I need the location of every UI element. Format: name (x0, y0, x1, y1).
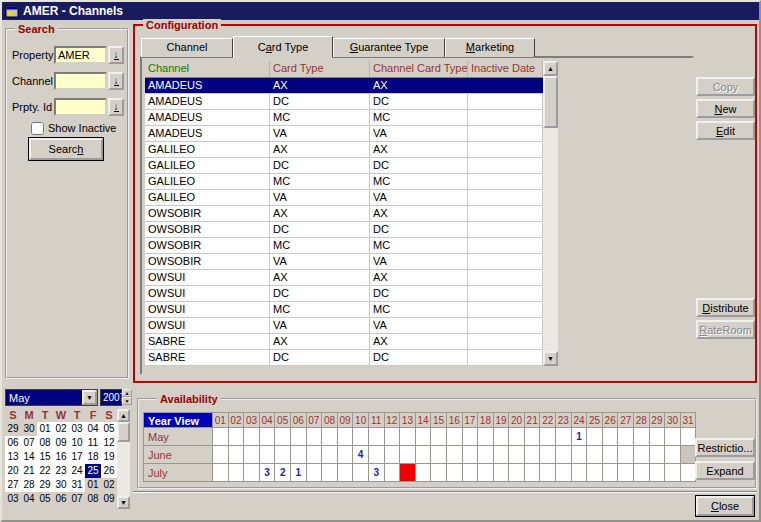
scrollbar-thumb[interactable] (543, 76, 558, 128)
calendar-scroll-down-icon[interactable]: ▼ (117, 496, 130, 509)
availability-cell[interactable] (244, 464, 260, 482)
table-row[interactable]: OWSUIVAVA (145, 318, 558, 334)
table-row[interactable]: OWSUIMCMC (145, 302, 558, 318)
availability-cell[interactable] (556, 464, 572, 482)
availability-cell[interactable] (540, 428, 556, 446)
calendar-day[interactable]: 18 (85, 450, 101, 464)
availability-cell[interactable] (463, 446, 479, 464)
availability-cell[interactable] (587, 428, 603, 446)
availability-cell[interactable] (213, 446, 229, 464)
availability-cell[interactable] (509, 464, 525, 482)
availability-cell[interactable] (525, 446, 541, 464)
availability-cell[interactable] (307, 464, 323, 482)
availability-cell[interactable] (478, 464, 494, 482)
availability-cell[interactable] (665, 428, 681, 446)
table-row[interactable]: AMADEUSMCMC (145, 110, 558, 126)
table-row[interactable]: SABREDCDC (145, 350, 558, 366)
calendar-month-select[interactable]: May ▼ (5, 389, 98, 406)
calendar-day[interactable]: 23 (53, 464, 69, 478)
calendar-day[interactable]: 07 (69, 492, 85, 506)
availability-cell[interactable] (618, 428, 634, 446)
table-row[interactable]: OWSOBIRVAVA (145, 254, 558, 270)
calendar-day[interactable]: 03 (69, 422, 85, 436)
availability-cell[interactable] (385, 464, 401, 482)
availability-cell[interactable] (540, 464, 556, 482)
table-row[interactable]: OWSUIDCDC (145, 286, 558, 302)
calendar-scroll-up-icon[interactable]: ▲ (117, 409, 130, 422)
table-row[interactable]: AMADEUSVAVA (145, 126, 558, 142)
calendar-day[interactable]: 22 (37, 464, 53, 478)
availability-cell[interactable]: 1 (572, 428, 588, 446)
availability-cell[interactable] (369, 446, 385, 464)
availability-cell[interactable] (634, 464, 650, 482)
availability-cell[interactable] (229, 446, 245, 464)
table-row[interactable]: GALILEOMCMC (145, 174, 558, 190)
availability-cell[interactable] (618, 464, 634, 482)
availability-cell[interactable]: 3 (369, 464, 385, 482)
calendar-scrollbar[interactable]: ▲ ▼ (117, 409, 130, 509)
availability-cell[interactable] (291, 446, 307, 464)
calendar-scrollbar-thumb[interactable] (117, 422, 130, 442)
availability-cell[interactable] (400, 428, 416, 446)
table-row[interactable]: OWSOBIRMCMC (145, 238, 558, 254)
availability-cell[interactable] (463, 428, 479, 446)
prptyid-input[interactable] (54, 98, 107, 116)
availability-cell[interactable] (338, 446, 354, 464)
availability-cell[interactable] (400, 464, 416, 482)
show-inactive-checkbox[interactable] (31, 122, 44, 135)
availability-cell[interactable] (244, 446, 260, 464)
availability-cell[interactable] (603, 446, 619, 464)
tab-channel[interactable]: Channel (141, 38, 233, 57)
close-button[interactable]: Close (696, 496, 754, 516)
calendar-day[interactable]: 04 (85, 422, 101, 436)
availability-cell[interactable] (385, 446, 401, 464)
calendar-day[interactable]: 12 (101, 436, 117, 450)
table-row[interactable]: GALILEODCDC (145, 158, 558, 174)
calendar-day-selected[interactable]: 25 (85, 464, 101, 478)
availability-cell[interactable] (494, 428, 510, 446)
availability-cell[interactable] (369, 428, 385, 446)
availability-cell[interactable]: 3 (260, 464, 276, 482)
availability-cell[interactable] (478, 446, 494, 464)
distribute-button[interactable]: Distribute (696, 298, 755, 317)
availability-cell[interactable] (525, 464, 541, 482)
availability-cell[interactable] (307, 428, 323, 446)
search-button[interactable]: Search (29, 138, 103, 160)
calendar-day[interactable]: 17 (69, 450, 85, 464)
availability-cell[interactable] (416, 464, 432, 482)
availability-cell[interactable] (229, 464, 245, 482)
prptyid-lov-button[interactable]: ↓ (108, 98, 124, 116)
table-row[interactable]: GALILEOVAVA (145, 190, 558, 206)
availability-cell[interactable] (353, 464, 369, 482)
calendar-day[interactable]: 06 (53, 492, 69, 506)
table-row[interactable]: SABREAXAX (145, 334, 558, 350)
availability-cell[interactable] (603, 464, 619, 482)
calendar-day[interactable]: 29 (37, 478, 53, 492)
calendar-day[interactable]: 07 (21, 436, 37, 450)
table-row[interactable]: OWSOBIRAXAX (145, 206, 558, 222)
availability-cell[interactable] (416, 446, 432, 464)
availability-cell[interactable] (431, 428, 447, 446)
availability-cell[interactable] (572, 464, 588, 482)
scroll-down-icon[interactable]: ▼ (543, 351, 558, 366)
calendar-day[interactable]: 05 (101, 422, 117, 436)
availability-cell[interactable] (307, 446, 323, 464)
calendar-day[interactable]: 08 (85, 492, 101, 506)
availability-cell[interactable] (509, 428, 525, 446)
edit-button[interactable]: Edit (696, 121, 755, 140)
availability-cell[interactable] (385, 428, 401, 446)
table-row[interactable]: GALILEOAXAX (145, 142, 558, 158)
table-row[interactable]: OWSOBIRDCDC (145, 222, 558, 238)
calendar-day[interactable]: 30 (53, 478, 69, 492)
availability-cell[interactable] (431, 464, 447, 482)
availability-cell[interactable] (338, 464, 354, 482)
scroll-up-icon[interactable]: ▲ (543, 61, 558, 76)
availability-cell[interactable] (213, 464, 229, 482)
channel-lov-button[interactable]: ↓ (108, 72, 124, 90)
availability-cell[interactable] (213, 428, 229, 446)
table-row[interactable]: AMADEUSDCDC (145, 94, 558, 110)
availability-cell[interactable] (431, 446, 447, 464)
availability-cell[interactable]: 1 (291, 464, 307, 482)
calendar-day[interactable]: 24 (69, 464, 85, 478)
calendar-day[interactable]: 28 (21, 478, 37, 492)
